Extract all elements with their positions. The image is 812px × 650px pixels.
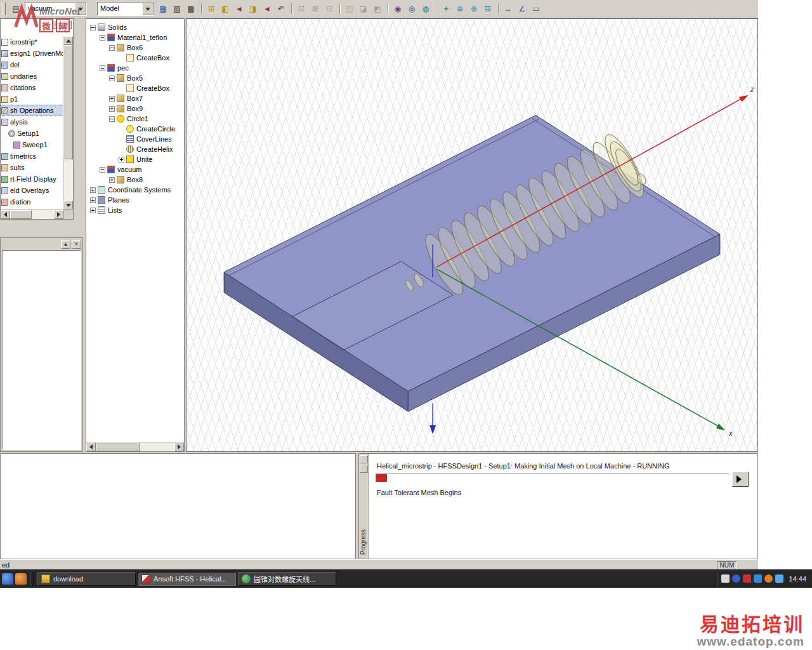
expand-toggle[interactable] [90, 197, 96, 203]
cs-face-icon[interactable]: ⊛ [468, 3, 480, 15]
model-tree-item[interactable]: CreateBox [86, 53, 184, 63]
model-tree-item[interactable]: pec [86, 63, 184, 73]
project-tree-item[interactable]: diation [1, 196, 63, 208]
dropdown-arrow-icon[interactable] [75, 3, 86, 15]
model-tree-item[interactable]: Lists [86, 205, 184, 215]
torus-tool-icon[interactable]: ◍ [419, 3, 432, 15]
model-tree-item[interactable]: Planes [86, 195, 184, 205]
messenger-tray-icon[interactable] [754, 574, 762, 583]
history-tree-icon[interactable]: ◫ [343, 3, 356, 15]
taskbar-window-button[interactable]: Ansoft HFSS - Helical... [138, 572, 236, 586]
model-tree-item[interactable]: Material1_teflon [86, 32, 184, 43]
scroll-up-icon[interactable] [63, 36, 73, 45]
boolean-subtract-icon[interactable]: ⊠ [309, 3, 322, 15]
scroll-thumb[interactable] [96, 442, 140, 451]
cs-create-icon[interactable]: + [440, 3, 452, 15]
expand-toggle[interactable] [109, 96, 115, 102]
expand-toggle[interactable] [100, 167, 105, 173]
model-tree-item[interactable]: CreateBox [86, 83, 184, 93]
project-tree-item[interactable]: del [1, 59, 63, 70]
project-tree-hscrollbar[interactable] [1, 209, 63, 219]
scroll-left-icon[interactable] [1, 210, 10, 219]
cylinder-tool-icon[interactable]: ◎ [405, 3, 418, 15]
pin-button[interactable] [360, 455, 368, 463]
material-combo[interactable]: vacuum [25, 2, 87, 16]
expand-toggle[interactable] [100, 65, 105, 71]
select-prev-icon[interactable]: ◄ [233, 3, 246, 15]
project-tree-item[interactable]: esign1 (DrivenMod [1, 48, 63, 59]
measure-info-icon[interactable]: ▭ [530, 3, 542, 15]
sweep-tool-icon[interactable]: ◪ [357, 3, 370, 15]
view-mode-combo[interactable]: Model [97, 2, 154, 16]
ime-tray-icon[interactable] [721, 574, 730, 583]
rotate-view-icon[interactable]: ↶ [275, 3, 287, 15]
model-tree-item[interactable]: CreateHelix [86, 144, 184, 154]
expand-toggle[interactable] [119, 157, 124, 162]
sphere-tool-icon[interactable]: ◉ [391, 3, 404, 15]
plane-xy-icon[interactable]: ◧ [219, 3, 232, 15]
cs-relative-icon[interactable]: ⊕ [454, 3, 466, 15]
project-tree-item[interactable]: Sweep1 [1, 139, 63, 150]
antivirus-tray-icon[interactable] [743, 574, 751, 583]
scroll-right-icon[interactable] [174, 442, 184, 451]
model-tree-item[interactable]: Box8 [86, 175, 184, 185]
boolean-unite-icon[interactable]: ⊟ [295, 3, 308, 15]
scroll-down-icon[interactable] [63, 201, 73, 209]
expand-toggle[interactable] [109, 45, 115, 51]
model-tree-item[interactable]: Circle1 [86, 114, 184, 124]
model-tree-item[interactable]: Solids [86, 22, 184, 32]
section-tool-icon[interactable]: ◩ [371, 3, 384, 15]
grid-visible-icon[interactable]: ▦ [157, 3, 169, 15]
snap-mode-icon[interactable]: ▩ [185, 3, 197, 15]
measure-angle-icon[interactable]: ∠ [516, 3, 528, 15]
model-tree-item[interactable]: CreateCircle [86, 124, 184, 134]
measure-length-icon[interactable]: ↔ [502, 3, 514, 15]
scroll-thumb[interactable] [63, 45, 73, 159]
taskbar-window-button[interactable]: 圆锥对数螺旋天线... [238, 572, 336, 586]
model-tree-item[interactable]: Box6 [86, 43, 184, 53]
project-tree-item[interactable]: sh Operations [1, 105, 63, 116]
modeler-3d-viewport[interactable]: z x [186, 18, 758, 452]
project-tree-item[interactable]: citations [1, 82, 63, 93]
project-tree-item[interactable]: eld Overlays [1, 185, 63, 196]
project-tree-item[interactable]: icrostrip* [1, 36, 63, 48]
model-tree-item[interactable]: Unite [86, 154, 184, 164]
expand-toggle[interactable] [90, 208, 96, 213]
toolbar-grip[interactable] [3, 3, 6, 15]
project-tree-item[interactable]: sults [1, 162, 63, 173]
plane-yz-icon[interactable]: ◨ [247, 3, 259, 15]
float-button[interactable]: ▫ [51, 20, 61, 29]
select-back-icon[interactable]: ◄ [261, 3, 273, 15]
ie-quicklaunch-icon[interactable] [2, 573, 13, 585]
boolean-intersect-icon[interactable]: ⊡ [323, 3, 336, 15]
model-tree-hscrollbar[interactable] [86, 442, 184, 451]
expand-toggle[interactable] [100, 35, 105, 41]
taskbar-window-button[interactable]: download [37, 572, 136, 586]
expand-toggle[interactable] [109, 76, 115, 81]
collapse-button[interactable]: ▴ [61, 240, 70, 249]
align-face-icon[interactable]: ⊞ [205, 3, 218, 15]
cs-global-icon[interactable]: ⊞ [481, 3, 494, 15]
project-tree-item[interactable]: timetrics [1, 150, 63, 162]
expand-toggle[interactable] [109, 177, 115, 183]
project-tree-item[interactable]: undaries [1, 70, 63, 82]
dropdown-arrow-icon[interactable] [142, 3, 154, 15]
project-tree-item[interactable]: alysis [1, 116, 63, 128]
security-quicklaunch-icon[interactable] [15, 573, 27, 585]
model-tree-item[interactable]: Box5 [86, 73, 184, 83]
expand-toggle[interactable] [90, 25, 96, 30]
project-tree-item[interactable]: Setup1 [1, 128, 63, 139]
model-tree-item[interactable]: Coordinate Systems [86, 185, 184, 195]
project-tree-item[interactable]: rt Field Display [1, 173, 63, 185]
model-tree-item[interactable]: vacuum [86, 164, 184, 175]
interrupt-button[interactable] [732, 472, 749, 487]
help-tray-icon[interactable] [732, 574, 740, 583]
scroll-right-icon[interactable] [54, 210, 63, 219]
scroll-thumb[interactable] [10, 210, 32, 219]
display-tray-icon[interactable] [775, 574, 783, 583]
model-tree-item[interactable]: CoverLines [86, 134, 184, 144]
close-button[interactable]: × [62, 20, 72, 29]
expand-toggle[interactable] [109, 106, 115, 112]
grid-style-icon[interactable]: ▧ [171, 3, 183, 15]
new-project-icon[interactable]: ▤ [10, 3, 22, 15]
